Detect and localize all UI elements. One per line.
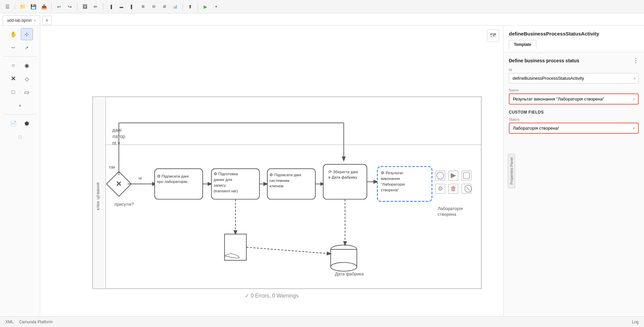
svg-text:Лабораторія: Лабораторія <box>438 206 463 211</box>
svg-point-39 <box>331 262 357 271</box>
id-clear-icon[interactable]: × <box>633 76 636 81</box>
svg-text:запису: запису <box>214 183 226 187</box>
space-tool-button[interactable]: ↔ <box>7 42 19 54</box>
task-button[interactable]: □ <box>7 86 19 98</box>
export-button[interactable]: 📤 <box>39 2 49 11</box>
collapsed-button[interactable]: ≡ <box>14 100 26 112</box>
event-start-button[interactable]: ○ <box>7 59 19 71</box>
id-field-group: Id × <box>509 68 639 83</box>
open-button[interactable]: 📁 <box>18 2 27 11</box>
svg-text:клки: клки <box>95 201 100 210</box>
svg-text:дані: дані <box>112 127 121 133</box>
status-label: Status <box>509 117 639 121</box>
data-object-button[interactable]: 📄 <box>7 117 19 129</box>
connect-tool-button[interactable]: ↗ <box>21 42 33 54</box>
align-left-button[interactable]: ▐ <box>106 2 115 11</box>
properties-panel: Properties Panel defineBusinessProcessSt… <box>503 25 644 316</box>
name-input[interactable] <box>509 93 639 105</box>
canvas-area[interactable]: 🗺 вання ції клки дані латор nt v ✕ ні <box>40 25 503 316</box>
name-field-group: Name × <box>509 88 639 105</box>
undo-button[interactable]: ↩ <box>54 2 64 11</box>
status-clear-icon[interactable]: × <box>633 126 635 131</box>
run-menu-button[interactable]: ▾ <box>211 2 221 11</box>
svg-text:Дата фабрика: Дата фабрика <box>335 271 364 276</box>
upload-button[interactable]: ⬆ <box>185 2 195 11</box>
sub-process-button[interactable]: ▭ <box>21 86 33 98</box>
svg-text:виконання: виконання <box>381 176 400 181</box>
bpmn-diagram: вання ції клки дані латор nt v ✕ ні так <box>40 25 503 316</box>
svg-text:присутні?: присутні? <box>114 202 134 207</box>
main-area: ✋ ⊹ ↔ ↗ ○ ◉ ✕ ◇ □ ▭ ≡ 📄 ⬟ ⬚ <box>0 25 644 316</box>
statusbar: XML Camunda Platform Log <box>0 316 644 327</box>
id-field-wrapper: × <box>509 73 639 83</box>
svg-rect-54 <box>462 171 471 181</box>
svg-text:про лабораторію: про лабораторію <box>157 179 188 184</box>
tabbar: add-lab.bpmn × + <box>0 13 644 25</box>
svg-text:даних для: даних для <box>214 177 232 182</box>
align-right-button[interactable]: ▌ <box>127 2 137 11</box>
id-label: Id <box>509 68 639 72</box>
svg-rect-60 <box>462 184 471 194</box>
svg-text:⚙ Результат: ⚙ Результат <box>381 171 404 175</box>
svg-text:створена": створена" <box>381 188 399 192</box>
tab-close-icon[interactable]: × <box>34 18 36 22</box>
data-store-button[interactable]: ⬟ <box>21 117 33 129</box>
pencil-button[interactable]: ✏ <box>91 2 100 11</box>
align-center-button[interactable]: ▬ <box>117 2 126 11</box>
minimap-icon[interactable]: 🗺 <box>487 29 499 42</box>
statusbar-xml[interactable]: XML <box>5 320 14 324</box>
image-button[interactable]: 🖼 <box>80 2 90 11</box>
svg-text:в Дата фабрику: в Дата фабрику <box>328 175 357 179</box>
statusbar-platform: Camunda Platform <box>19 320 53 324</box>
redo-button[interactable]: ↪ <box>65 2 74 11</box>
table-button[interactable]: ⊞ <box>160 2 169 11</box>
svg-text:⚙ Підписати дані: ⚙ Підписати дані <box>269 173 301 177</box>
properties-panel-side-tab[interactable]: Properties Panel <box>508 153 515 188</box>
status-field-wrapper: × <box>509 123 639 134</box>
id-input[interactable] <box>509 73 639 83</box>
panel-title: defineBusinessProcessStatusActivity <box>509 31 639 37</box>
panel-header: defineBusinessProcessStatusActivity Temp… <box>503 25 644 52</box>
toolbar: ☰ 📁 💾 📤 ↩ ↪ 🖼 ✏ ▐ ▬ ▌ ⊞ ⊟ ⊞ 📊 ⬆ ▶ ▾ <box>0 0 644 13</box>
run-button[interactable]: ▶ <box>201 2 210 11</box>
event-cross-button[interactable]: ✕ <box>7 73 19 85</box>
svg-text:вання: вання <box>95 182 100 194</box>
panel-tab-template[interactable]: Template <box>509 40 536 49</box>
svg-text:так: так <box>109 165 115 170</box>
svg-text:⚙ Підписати дані: ⚙ Підписати дані <box>157 174 189 178</box>
distribute-h-button[interactable]: ⊞ <box>138 2 148 11</box>
tab-add-lab[interactable]: add-lab.bpmn × <box>3 15 40 25</box>
svg-text:(transient var): (transient var) <box>214 189 238 193</box>
statusbar-log[interactable]: Log <box>632 320 639 324</box>
svg-text:🗑: 🗑 <box>450 185 457 192</box>
gateway-button[interactable]: ◇ <box>21 73 33 85</box>
svg-rect-18 <box>155 169 203 199</box>
add-tab-button[interactable]: + <box>42 16 52 25</box>
chart-button[interactable]: 📊 <box>170 2 180 11</box>
panel-body: Define business process status ⋮ Id × Na… <box>503 52 644 316</box>
panel-kebab-menu[interactable]: ⋮ <box>633 58 639 64</box>
name-field-wrapper: × <box>509 93 639 105</box>
svg-text:створена: створена <box>438 212 457 217</box>
distribute-v-button[interactable]: ⊟ <box>149 2 158 11</box>
left-toolbar: ✋ ⊹ ↔ ↗ ○ ◉ ✕ ◇ □ ▭ ≡ 📄 ⬟ ⬚ <box>0 25 40 316</box>
svg-text:ні: ні <box>139 176 142 181</box>
svg-text:✓ 0 Errors, 0 Warnings: ✓ 0 Errors, 0 Warnings <box>245 293 299 299</box>
name-label: Name <box>509 88 639 92</box>
svg-text:✕: ✕ <box>116 180 122 188</box>
save-button[interactable]: 💾 <box>29 2 38 11</box>
svg-text:ції: ції <box>95 195 100 199</box>
select-tool-button[interactable]: ⊹ <box>21 28 33 40</box>
svg-text:ключем: ключем <box>269 184 283 188</box>
svg-text:⟳ Зберегти дані: ⟳ Зберегти дані <box>328 170 358 174</box>
status-input[interactable] <box>509 123 639 134</box>
hand-tool-button[interactable]: ✋ <box>7 28 19 40</box>
group-button[interactable]: ⬚ <box>14 131 26 143</box>
menu-button[interactable]: ☰ <box>3 2 12 11</box>
name-clear-icon[interactable]: × <box>633 96 635 102</box>
svg-text:системним: системним <box>269 178 289 183</box>
panel-tabs: Template <box>509 40 639 49</box>
svg-line-43 <box>246 247 330 254</box>
svg-text:⚙: ⚙ <box>438 185 443 192</box>
event-end-button[interactable]: ◉ <box>21 59 33 71</box>
